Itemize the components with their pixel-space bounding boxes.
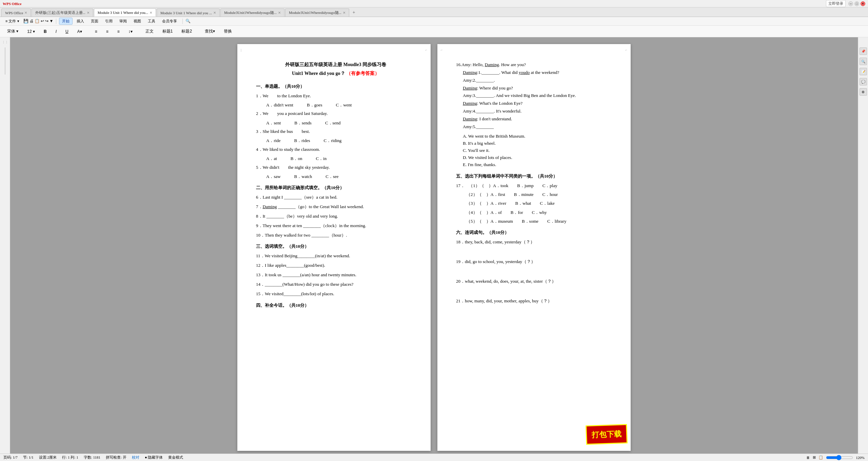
right-tool-4[interactable]: 💬 — [860, 78, 867, 85]
ribbon-bold[interactable]: B — [41, 28, 50, 35]
view-mode-3[interactable]: 📋 — [818, 455, 823, 460]
ribbon-style-group: 正文 标题1 标题2 — [142, 27, 195, 36]
tab-close-icon[interactable]: ✕ — [343, 11, 346, 15]
ribbon-replace[interactable]: 替换 — [221, 27, 235, 36]
menu-reference[interactable]: 引用 — [102, 18, 115, 24]
ribbon-line-spacing[interactable]: ↕▾ — [125, 28, 136, 35]
minimize-button[interactable]: ─ — [848, 1, 853, 6]
proofread-btn[interactable]: 校对 — [132, 455, 139, 460]
section5-title: 五、选出下列每组单词中不同类的一项。（共10分） — [456, 173, 615, 180]
page-1: | ⌐ 外研版三起五年级英语上册 Moudle3 同步练习卷 Unit1 Whe… — [237, 44, 431, 451]
question-4: 4．We liked to study the classroom. — [256, 146, 415, 153]
close-button[interactable]: ✕ — [861, 1, 865, 6]
right-tool-5[interactable]: ⚙ — [860, 88, 867, 96]
new-tab-button[interactable]: + — [350, 8, 358, 17]
ribbon-align-center[interactable]: ≡ — [103, 28, 112, 35]
page-count: 页码: 1/7 — [3, 455, 18, 460]
ribbon-style-h1[interactable]: 标题1 — [159, 27, 176, 36]
choice-e: E. I'm fine, thanks. — [463, 161, 615, 168]
tab-close-icon[interactable]: ✕ — [150, 11, 152, 15]
win-controls: ─ □ ✕ — [848, 1, 865, 6]
wps-logo: WPS Office — [3, 2, 21, 6]
tab-close-icon[interactable]: ✕ — [87, 11, 90, 15]
tab-bar: WPS Office ✕ 外研版(三起)五年级英语上册... ✕ Module … — [0, 7, 868, 17]
question-7: 7．Daming ________（go）to the Great Wall l… — [256, 203, 415, 211]
menu-view[interactable]: 视图 — [131, 18, 144, 24]
toolbar-icons[interactable]: 💾 🖨 📋 ↩ ↪ ▼ — [23, 19, 54, 24]
menu-insert[interactable]: 插入 — [74, 18, 87, 24]
separator — [56, 19, 56, 24]
status-bar-left: 页码: 1/7 节: 1/1 设置:2厘米 行: 1 列: 1 字数: 1181… — [3, 455, 183, 460]
login-button[interactable]: 立即登录 — [826, 0, 846, 7]
ribbon: 宋体 ▾ 12 ▾ B I U A▾ ≡ ≡ ≡ ↕▾ 正文 标题1 标题2 查… — [0, 26, 868, 37]
right-tool-3[interactable]: 📝 — [860, 68, 867, 75]
section6-title: 六、连词成句。（共10分） — [456, 229, 615, 236]
view-mode-1[interactable]: 🗏 — [806, 456, 810, 460]
status-bar-right: 🗏 ⊞ 📋 120% — [806, 455, 865, 460]
choice-d: D. We visited lots of places. — [463, 154, 615, 161]
menu-review[interactable]: 审阅 — [117, 18, 130, 24]
tab-doc1[interactable]: 外研版(三起)五年级英语上册... ✕ — [32, 8, 93, 17]
main-area: ⋮⋮ | ⌐ 外研版三起五年级英语上册 Moudle3 同步练习卷 Unit1 … — [0, 37, 868, 454]
question-4-options: A．at B．on C．in — [266, 155, 415, 162]
corner-mark-tl: | — [241, 47, 241, 53]
tab-doc2[interactable]: Module 3 Unit 1 Where did you... ✕ — [94, 8, 156, 17]
question-3-options: A．ride B．rides C．riding — [266, 137, 415, 144]
section1-title: 一、单选题。（共10分） — [256, 83, 415, 90]
menu-page[interactable]: 页面 — [88, 18, 101, 24]
ribbon-style-h2[interactable]: 标题2 — [178, 27, 195, 36]
dialog-5: Daming: What's the London Eye? — [463, 100, 615, 107]
question-14: 14．________(What/How) did you go to thes… — [256, 281, 415, 288]
ribbon-find[interactable]: 查找▾ — [202, 27, 218, 36]
question-1-options: A．didn't went B．goes C．went — [266, 102, 415, 109]
question-2-options: A．sent B．sends C．send — [266, 120, 415, 127]
ribbon-style-normal[interactable]: 正文 — [142, 27, 157, 36]
zoom-slider[interactable] — [826, 455, 853, 460]
question-6: 6．Last night I ________（see）a cat in bed… — [256, 194, 415, 201]
menu-home[interactable]: 开始 — [59, 18, 73, 25]
watermark: 打包下载 — [586, 424, 628, 445]
word-count: 字数: 1181 — [84, 455, 100, 460]
question-18: 18．they, back, did, come, yesterday（？） — [456, 238, 615, 246]
ribbon-align-right[interactable]: ≡ — [114, 28, 123, 35]
question-21: 21．how, many, did, your, mother, apples,… — [456, 297, 615, 305]
dialog-2: Amy:2.________. — [463, 77, 615, 84]
left-sidebar-handle[interactable]: ⋮⋮ — [2, 41, 8, 44]
section4-title: 四、补全今话。（共10分） — [256, 302, 415, 309]
ribbon-font-color[interactable]: A▾ — [74, 28, 85, 35]
view-mode-2[interactable]: ⊞ — [813, 455, 816, 460]
menu-tools[interactable]: 工具 — [145, 18, 158, 24]
dialog-7: Daming: I don't understand. — [463, 116, 615, 123]
maximize-button[interactable]: □ — [854, 1, 859, 6]
ribbon-italic[interactable]: I — [53, 28, 60, 35]
question-3: 3．She liked the bus best. — [256, 128, 415, 135]
section2-title: 二、用所给单词的正确形式填空。（共10分） — [256, 184, 415, 192]
section-info: 节: 1/1 — [23, 455, 34, 460]
tab-close-icon[interactable]: ✕ — [278, 11, 281, 15]
dialog-choices: A. We went to the British Museum. B. It'… — [463, 133, 615, 168]
status-bar: 页码: 1/7 节: 1/1 设置:2厘米 行: 1 列: 1 字数: 1181… — [0, 454, 868, 461]
right-tool-2[interactable]: 🔍 — [860, 58, 867, 65]
dialog-block: Daming:1.________. What did youdo at the… — [463, 69, 615, 130]
menu-file[interactable]: ≡ 文件 ▾ — [3, 18, 22, 24]
ribbon-font-size[interactable]: 12 ▾ — [24, 28, 38, 35]
tab-doc4[interactable]: Module3Unit1Wheredidyougо随... ✕ — [220, 8, 284, 17]
question-19: 19．did, go to school, you, yesterday（？） — [456, 258, 615, 265]
settings-info: 设置:2厘米 — [39, 455, 57, 460]
ribbon-para-group: ≡ ≡ ≡ ↕▾ — [92, 28, 136, 35]
tab-close-icon[interactable]: ✕ — [24, 11, 27, 15]
tab-doc3[interactable]: Module 3 Unit 1 Where did you ... ✕ — [157, 8, 220, 17]
tab-wps[interactable]: WPS Office ✕ — [1, 8, 31, 17]
zoom-level: 120% — [856, 456, 865, 460]
tab-close-icon[interactable]: ✕ — [213, 11, 216, 15]
tab-doc5[interactable]: Module3Unit1Wheredidyougо随... ✕ — [285, 8, 349, 17]
read-mode: 黄金模式 — [168, 455, 183, 460]
ribbon-underline[interactable]: U — [62, 28, 72, 35]
dialog-3: Daming: Where did you go? — [463, 85, 615, 92]
menu-member[interactable]: 会员专享 — [159, 18, 180, 24]
right-tool-1[interactable]: 📌 — [860, 47, 867, 55]
ribbon-align-left[interactable]: ≡ — [92, 28, 100, 35]
ribbon-font-name[interactable]: 宋体 ▾ — [4, 27, 21, 36]
choice-a: A. We went to the British Museum. — [463, 133, 615, 140]
ribbon-font-group: 宋体 ▾ 12 ▾ B I U A▾ — [4, 27, 85, 36]
